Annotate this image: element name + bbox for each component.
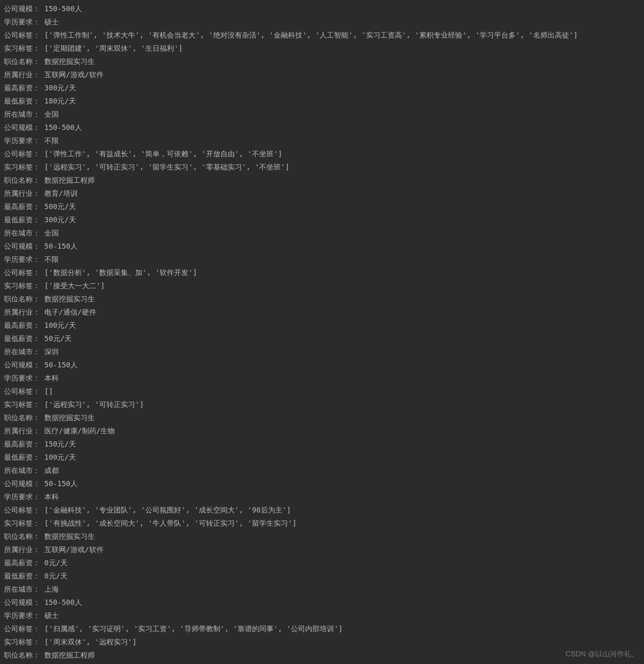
field-value: ['接受大一大二']: [40, 281, 105, 290]
output-line: 公司标签： ['弹性工作', '有益成长', '简单，可依赖', '开放自由',…: [4, 147, 640, 160]
output-line: 所属行业： 电子/通信/硬件: [4, 305, 640, 319]
field-label: 学历要求：: [4, 611, 40, 620]
field-label: 最高薪资：: [4, 321, 40, 329]
field-value: []: [40, 387, 53, 395]
output-line: 实习标签： ['周末双休', '远程实习']: [4, 635, 640, 648]
field-value: ['有挑战性', '成长空间大', '牛人带队', '可转正实习', '留学生实…: [40, 519, 297, 527]
field-label: 公司规模：: [4, 479, 40, 488]
field-value: ['远程实习', '可转正实习']: [40, 400, 144, 409]
field-value: 300元/天: [40, 215, 76, 224]
output-line: 所属行业： 教育/培训: [4, 187, 640, 200]
field-label: 公司规模：: [4, 123, 40, 132]
output-line: 实习标签： ['定期团建', '周末双休', '生日福利']: [4, 42, 640, 55]
output-line: 公司规模： 50-150人: [4, 477, 640, 490]
field-value: 数据挖掘工程师: [40, 176, 95, 184]
field-value: ['弹性工作制', '技术大牛', '有机会当老大', '绝对没有杂活', '金…: [40, 31, 578, 39]
field-label: 最低薪资：: [4, 453, 40, 461]
field-label: 公司标签：: [4, 268, 40, 277]
field-label: 公司标签：: [4, 624, 40, 633]
field-value: ['定期团建', '周末双休', '生日福利']: [40, 44, 183, 52]
field-value: 180元/天: [40, 97, 76, 105]
output-line: 公司标签： ['金融科技', '专业团队', '公司氛围好', '成长空间大',…: [4, 503, 640, 516]
field-value: ['弹性工作', '有益成长', '简单，可依赖', '开放自由', '不坐班'…: [40, 150, 282, 158]
output-line: 实习标签： ['接受大一大二']: [4, 279, 640, 292]
output-line: 所属行业： 医疗/健康/制药/生物: [4, 424, 640, 437]
field-label: 职位名称：: [4, 532, 40, 540]
field-label: 所在城市：: [4, 110, 40, 118]
field-value: 数据挖掘工程师: [40, 651, 95, 659]
output-line: 最高薪资： 300元/天: [4, 81, 640, 94]
field-label: 学历要求：: [4, 374, 40, 382]
field-value: 50-150人: [40, 479, 78, 488]
output-line: 公司规模： 150-500人: [4, 121, 640, 134]
output-line: 最低薪资： 50元/天: [4, 332, 640, 345]
field-value: ['金融科技', '专业团队', '公司氛围好', '成长空间大', '90后为…: [40, 506, 291, 514]
field-value: 50元/天: [40, 334, 72, 343]
output-line: 职位名称： 数据挖掘实习生: [4, 292, 640, 305]
field-label: 最高薪资：: [4, 84, 40, 92]
field-value: 互联网/游戏/软件: [40, 70, 104, 79]
console-output: 公司规模： 150-500人学历要求： 硕士公司标签： ['弹性工作制', '技…: [4, 2, 640, 662]
field-value: ['归属感', '实习证明', '实习工资', '导师带教制', '靠谱的同事'…: [40, 624, 343, 633]
field-label: 所属行业：: [4, 189, 40, 197]
field-value: 互联网/游戏/软件: [40, 545, 104, 554]
field-value: 硕士: [40, 18, 59, 26]
output-line: 最高薪资： 0元/天: [4, 556, 640, 569]
field-value: ['周末双休', '远程实习']: [40, 638, 137, 646]
field-label: 最高薪资：: [4, 440, 40, 448]
field-label: 职位名称：: [4, 651, 40, 659]
field-label: 学历要求：: [4, 136, 40, 145]
field-label: 公司规模：: [4, 598, 40, 606]
field-label: 所在城市：: [4, 229, 40, 237]
output-line: 所在城市： 上海: [4, 582, 640, 596]
field-label: 公司标签：: [4, 31, 40, 39]
field-label: 最低薪资：: [4, 572, 40, 580]
field-label: 最高薪资：: [4, 558, 40, 567]
field-value: 本科: [40, 374, 59, 382]
output-line: 所在城市： 深圳: [4, 345, 640, 358]
output-line: 最低薪资： 100元/天: [4, 451, 640, 464]
output-line: 公司标签： ['归属感', '实习证明', '实习工资', '导师带教制', '…: [4, 622, 640, 635]
output-line: 实习标签： ['有挑战性', '成长空间大', '牛人带队', '可转正实习',…: [4, 516, 640, 530]
output-line: 学历要求： 本科: [4, 490, 640, 503]
field-value: 500元/天: [40, 202, 76, 211]
field-label: 职位名称：: [4, 57, 40, 66]
output-line: 公司规模： 150-500人: [4, 596, 640, 609]
field-label: 最低薪资：: [4, 215, 40, 224]
field-value: 本科: [40, 493, 59, 501]
field-value: 50-150人: [40, 242, 78, 250]
output-line: 公司标签： ['数据分析', '数据采集、加', '软件开发']: [4, 266, 640, 279]
output-line: 所在城市： 全国: [4, 226, 640, 239]
field-value: 全国: [40, 229, 59, 237]
watermark: CSDN @以山河作礼。: [566, 648, 638, 661]
field-label: 学历要求：: [4, 18, 40, 26]
field-value: 上海: [40, 585, 59, 593]
output-line: 实习标签： ['远程实习', '可转正实习', '留学生实习', '零基础实习'…: [4, 160, 640, 173]
field-label: 实习标签：: [4, 638, 40, 646]
output-line: 职位名称： 数据挖掘工程师: [4, 648, 640, 662]
output-line: 公司规模： 50-150人: [4, 358, 640, 371]
field-label: 实习标签：: [4, 519, 40, 527]
field-value: 数据挖掘实习生: [40, 295, 95, 303]
field-value: 150-500人: [40, 598, 82, 606]
output-line: 最低薪资： 180元/天: [4, 94, 640, 108]
field-value: 100元/天: [40, 321, 76, 329]
field-value: 0元/天: [40, 558, 68, 567]
field-value: 不限: [40, 136, 59, 145]
field-value: 成都: [40, 466, 59, 475]
output-line: 所属行业： 互联网/游戏/软件: [4, 543, 640, 556]
output-line: 职位名称： 数据挖掘实习生: [4, 530, 640, 543]
output-line: 职位名称： 数据挖掘工程师: [4, 173, 640, 187]
field-label: 所属行业：: [4, 308, 40, 316]
output-line: 实习标签： ['远程实习', '可转正实习']: [4, 398, 640, 411]
output-line: 公司标签： ['弹性工作制', '技术大牛', '有机会当老大', '绝对没有杂…: [4, 28, 640, 42]
output-line: 所在城市： 成都: [4, 464, 640, 477]
field-label: 公司规模：: [4, 4, 40, 13]
output-line: 所属行业： 互联网/游戏/软件: [4, 68, 640, 81]
output-line: 学历要求： 硕士: [4, 609, 640, 622]
field-label: 所在城市：: [4, 466, 40, 475]
field-label: 公司标签：: [4, 506, 40, 514]
field-label: 实习标签：: [4, 281, 40, 290]
field-value: 300元/天: [40, 84, 76, 92]
field-value: 硕士: [40, 611, 59, 620]
